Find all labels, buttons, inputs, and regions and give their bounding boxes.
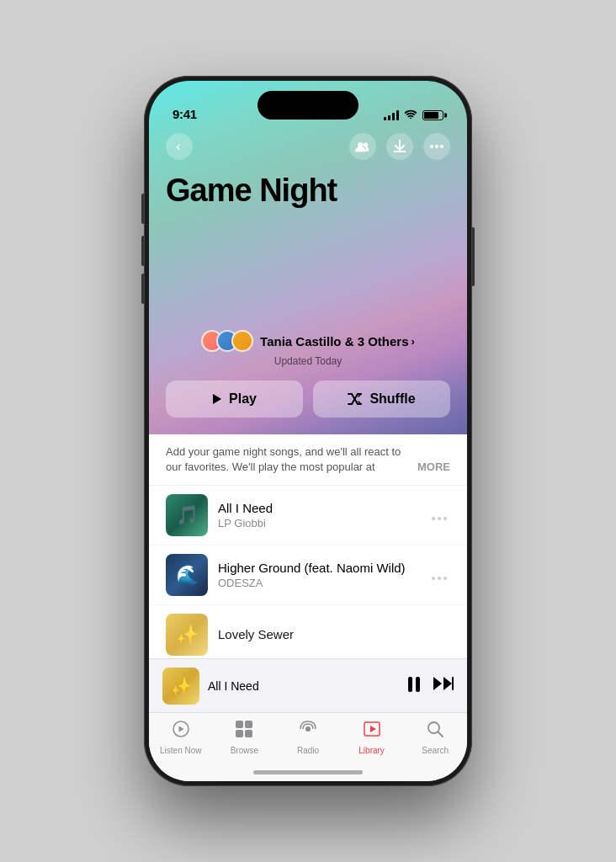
tab-library-label: Library	[358, 746, 385, 755]
svg-point-8	[443, 517, 447, 520]
mini-player-artwork: ✨	[162, 668, 199, 705]
play-button[interactable]: Play	[166, 380, 303, 418]
song-info: Lovely Sewer	[218, 627, 450, 643]
song-title: Higher Ground (feat. Naomi Wild)	[218, 561, 418, 575]
song-title: Lovely Sewer	[218, 627, 450, 641]
home-indicator	[253, 770, 363, 774]
avatar	[231, 330, 253, 352]
svg-point-7	[438, 517, 441, 520]
svg-point-9	[432, 577, 435, 580]
back-icon: ‹	[176, 139, 180, 154]
chevron-right-icon: ›	[412, 335, 415, 348]
ellipsis-icon	[430, 145, 443, 148]
song-item[interactable]: 🌊 Higher Ground (feat. Naomi Wild) ODESZ…	[149, 545, 467, 605]
tab-radio[interactable]: Radio	[276, 720, 340, 755]
radio-icon	[299, 720, 317, 743]
playlist-title: Game Night	[166, 173, 337, 209]
svg-line-23	[438, 732, 443, 737]
svg-point-0	[410, 118, 412, 119]
ellipsis-h-icon	[432, 517, 447, 520]
mini-player[interactable]: ✨ All I Need	[149, 658, 467, 712]
song-artist: ODESZA	[218, 577, 418, 589]
song-item[interactable]: ✨ Lovely Sewer	[149, 605, 467, 658]
pause-button[interactable]	[408, 675, 420, 697]
forward-button[interactable]	[433, 676, 454, 695]
screen-content: ‹	[149, 81, 467, 781]
play-label: Play	[229, 391, 257, 407]
svg-rect-12	[408, 677, 412, 692]
collaborators-name: Tania Castillo & 3 Others ›	[260, 334, 415, 349]
phone-frame: 9:41	[144, 76, 472, 786]
song-list: 🎵 All I Need LP Giobbi	[149, 486, 467, 658]
shuffle-icon	[348, 393, 363, 405]
people-icon	[355, 141, 370, 152]
svg-point-6	[432, 517, 435, 520]
download-icon	[394, 140, 406, 153]
tab-listen-now[interactable]: Listen Now	[149, 720, 213, 755]
ellipsis-h-icon	[432, 577, 447, 580]
header-top: ‹	[149, 126, 467, 167]
listen-now-icon	[172, 720, 190, 743]
description-text: Add your game night songs, and we'll all…	[166, 444, 414, 475]
tab-library[interactable]: Library	[340, 720, 404, 755]
collaborators-section: Tania Castillo & 3 Others › Updated Toda…	[149, 330, 467, 367]
mini-player-title: All I Need	[208, 679, 400, 693]
svg-point-5	[440, 145, 443, 148]
song-info: All I Need LP Giobbi	[218, 501, 418, 529]
dynamic-island	[258, 91, 358, 120]
song-artwork: 🎵	[166, 494, 208, 536]
wifi-icon	[404, 109, 417, 121]
svg-point-2	[364, 143, 368, 147]
song-title: All I Need	[218, 501, 418, 515]
play-icon	[212, 393, 222, 405]
tab-browse[interactable]: Browse	[213, 720, 277, 755]
song-info: Higher Ground (feat. Naomi Wild) ODESZA	[218, 561, 418, 589]
status-time: 9:41	[173, 107, 197, 121]
collaborators-row[interactable]: Tania Castillo & 3 Others ›	[201, 330, 415, 352]
header-actions	[349, 133, 450, 160]
phone-screen: 9:41	[149, 81, 467, 781]
mini-player-controls	[408, 675, 454, 697]
tab-search[interactable]: Search	[403, 720, 467, 755]
shuffle-label: Shuffle	[369, 391, 415, 407]
content-area: Add your game night songs, and we'll all…	[149, 434, 467, 781]
updated-label: Updated Today	[274, 355, 343, 367]
more-button[interactable]: MORE	[417, 460, 450, 475]
header-gradient: ‹	[149, 81, 467, 434]
tab-radio-label: Radio	[297, 746, 319, 755]
song-more-button[interactable]	[428, 563, 450, 588]
svg-point-10	[438, 577, 441, 580]
more-button[interactable]	[423, 133, 450, 160]
svg-point-3	[430, 145, 433, 148]
svg-point-11	[443, 577, 447, 580]
svg-rect-19	[245, 730, 252, 737]
download-button[interactable]	[386, 133, 413, 160]
song-item[interactable]: 🎵 All I Need LP Giobbi	[149, 486, 467, 545]
svg-rect-14	[452, 677, 454, 690]
browse-icon	[235, 720, 253, 743]
tab-listen-now-label: Listen Now	[160, 746, 201, 755]
status-icons	[384, 109, 443, 121]
song-artist: LP Giobbi	[218, 517, 418, 529]
back-button[interactable]: ‹	[166, 133, 193, 160]
signal-icon	[384, 110, 399, 120]
song-artwork: ✨	[166, 614, 208, 656]
play-shuffle-row: Play Shuffle	[149, 380, 467, 418]
svg-rect-13	[416, 677, 420, 692]
tab-browse-label: Browse	[231, 746, 258, 755]
svg-rect-16	[236, 721, 243, 728]
song-artwork: 🌊	[166, 554, 208, 596]
search-icon	[426, 720, 444, 743]
collab-button[interactable]	[349, 133, 376, 160]
song-more-button[interactable]	[428, 503, 450, 528]
avatar-group	[201, 330, 253, 352]
shuffle-button[interactable]: Shuffle	[313, 380, 450, 418]
library-icon	[363, 720, 381, 743]
battery-icon	[422, 110, 443, 120]
svg-point-4	[435, 145, 438, 148]
description-section: Add your game night songs, and we'll all…	[149, 434, 467, 486]
pause-icon	[408, 677, 420, 692]
forward-icon	[433, 676, 454, 691]
svg-rect-18	[236, 730, 243, 737]
svg-point-20	[305, 726, 311, 732]
